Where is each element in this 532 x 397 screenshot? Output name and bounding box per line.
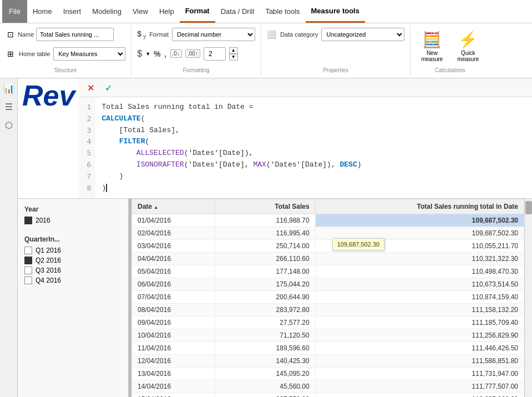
cell-running-total: 111,731,947.00	[315, 368, 524, 380]
app-container: File Home Insert Modeling View Help Form…	[0, 0, 532, 397]
decrease-decimal-button[interactable]: .0↓	[170, 49, 182, 58]
scrollbar-thumb[interactable]	[525, 201, 532, 214]
menu-measure-tools[interactable]: Measure tools	[306, 0, 365, 23]
formula-line-2: CALCULATE(	[102, 113, 525, 125]
formula-code[interactable]: Total Sales running total in Date = CALC…	[95, 97, 532, 198]
menu-file[interactable]: File	[2, 0, 27, 23]
year-2016-checkbox[interactable]: 2016	[24, 217, 121, 224]
formula-line-4: FILTER(	[102, 136, 525, 148]
cell-total-sales: 177,148.00	[215, 265, 315, 278]
q3-2016-checkbox[interactable]: Q3 2016	[24, 267, 121, 274]
model-view-icon[interactable]: ⬡	[5, 120, 13, 130]
cell-date: 11/04/2016	[132, 342, 215, 355]
properties-row: ⬜ Data category Uncategorized	[267, 28, 404, 41]
decimal-up[interactable]: ▲	[229, 47, 238, 54]
format-label: $ y	[137, 29, 146, 39]
filter-separator	[24, 227, 121, 235]
hometable-icon: ⊞	[6, 49, 16, 59]
table-body: 01/04/2016116,988.70109,687,502.3002/04/…	[132, 214, 524, 397]
name-icon: ⊡	[6, 29, 16, 39]
cell-date: 06/04/2016	[132, 278, 215, 291]
formula-line-3: [Total Sales],	[102, 125, 525, 137]
data-view-icon[interactable]: ☰	[5, 102, 13, 112]
q4-checkbox-icon	[24, 277, 32, 284]
cell-total-sales: 145,095.20	[215, 368, 315, 380]
menu-format[interactable]: Format	[180, 0, 215, 23]
cell-total-sales: 189,596.60	[215, 342, 315, 355]
quick-measure-label: Quick measure	[457, 50, 479, 62]
decimal-places-input[interactable]	[204, 47, 226, 61]
formula-line-6: ISONORAFTER('Dates'[Date], MAX('Dates'[D…	[102, 159, 525, 171]
format-subscript: y	[143, 33, 146, 39]
hometable-select[interactable]: Key Measures	[53, 47, 125, 61]
table-scrollbar[interactable]	[524, 199, 532, 397]
cell-running-total: 111,158,132.20	[315, 304, 524, 316]
cell-date: 10/04/2016	[132, 329, 215, 342]
menu-table-tools[interactable]: Table tools	[260, 0, 305, 23]
q2-2016-checkbox[interactable]: Q2 2016	[24, 257, 121, 264]
cell-date: 07/04/2016	[132, 291, 215, 304]
formula-confirm-button[interactable]: ✓	[102, 81, 115, 94]
name-input[interactable]	[36, 28, 114, 41]
cell-total-sales: 140,425.30	[215, 355, 315, 368]
menu-help[interactable]: Help	[154, 0, 180, 23]
line-numbers: 1 2 3 4 5 6 7 8	[79, 97, 95, 198]
year-2016-label: 2016	[36, 217, 50, 224]
col-date[interactable]: Date ▲	[132, 199, 215, 214]
quick-measure-button[interactable]: ⚡ Quick measure	[452, 28, 484, 65]
formatting-label: Formatting	[137, 66, 255, 73]
q4-2016-checkbox[interactable]: Q4 2016	[24, 277, 121, 284]
dropdown-arrow-dollar[interactable]: ▼	[145, 51, 150, 57]
table-row: 07/04/2016200,644.90110,874,159.40	[132, 291, 524, 304]
quarter-filter-title: QuarterIn...	[24, 235, 121, 243]
cell-running-total: 110,498,470.30	[315, 265, 524, 278]
table-row: 08/04/2016283,972.80111,158,132.20	[132, 304, 524, 316]
menu-view[interactable]: View	[127, 0, 154, 23]
decimal-down[interactable]: ▼	[229, 54, 238, 61]
data-table-container: Date ▲ Total Sales Total Sales running t…	[131, 199, 524, 397]
comma-button[interactable]: ,	[164, 48, 167, 59]
menu-data-drill[interactable]: Data / Drill	[215, 0, 260, 23]
col-total-sales[interactable]: Total Sales	[215, 199, 315, 214]
line-num-4: 4	[83, 136, 91, 148]
cell-date: 01/04/2016	[132, 214, 215, 227]
datacategory-select[interactable]: Uncategorized	[321, 28, 404, 41]
col-running-total[interactable]: Total Sales running total in Date	[315, 199, 524, 214]
cell-total-sales: 307,559.00	[215, 393, 315, 397]
percent-button[interactable]: %	[154, 49, 160, 58]
name-label: Name	[18, 31, 34, 38]
formula-line-1: Total Sales running total in Date =	[102, 102, 525, 113]
tooltip-popup: 109,687,502.30	[332, 238, 384, 250]
formula-cancel-button[interactable]: ✕	[84, 81, 97, 94]
ribbon-formatting-section: $ y Format Decimal number $ ▼ % , .0↓ .0…	[131, 26, 261, 76]
increase-decimal-button[interactable]: .00↑	[185, 49, 200, 58]
calc-buttons-row: 🧮 New measure ⚡ Quick measure	[416, 28, 484, 65]
left-sidebar: 📊 ☰ ⬡	[0, 79, 18, 397]
menu-modeling[interactable]: Modeling	[87, 0, 127, 23]
new-measure-button[interactable]: 🧮 New measure	[416, 28, 448, 65]
format-select[interactable]: Decimal number	[172, 28, 255, 41]
line-num-1: 1	[83, 102, 91, 113]
content-area: 📊 ☰ ⬡ Rev ✕ ✓ 1	[0, 79, 532, 397]
formula-line-5: ALLSELECTED('Dates'[Date]),	[102, 148, 525, 159]
menu-home[interactable]: Home	[27, 0, 58, 23]
table-header-row: Date ▲ Total Sales Total Sales running t…	[132, 199, 524, 214]
q2-label: Q2 2016	[36, 257, 61, 264]
cell-date: 03/04/2016	[132, 240, 215, 253]
table-row: 05/04/2016177,148.00110,498,470.30	[132, 265, 524, 278]
q1-2016-checkbox[interactable]: Q1 2016	[24, 247, 121, 254]
date-sort-icon: ▲	[154, 205, 158, 210]
report-view-icon[interactable]: 📊	[3, 83, 14, 94]
table-row: 11/04/2016189,596.60111,446,426.50	[132, 342, 524, 355]
table-row: 03/04/2016250,714.00110,055,211.70	[132, 240, 524, 253]
cell-date: 09/04/2016	[132, 316, 215, 329]
cell-date: 14/04/2016	[132, 380, 215, 393]
formatting-row2: $ ▼ % , .0↓ .00↑ ▲ ▼	[137, 47, 255, 61]
formula-line-7: )	[102, 171, 525, 183]
cell-running-total: 110,874,159.40	[315, 291, 524, 304]
data-table: Date ▲ Total Sales Total Sales running t…	[131, 199, 524, 397]
new-measure-label: New measure	[421, 50, 443, 62]
dollar-button[interactable]: $	[137, 49, 142, 59]
cell-total-sales: 200,644.90	[215, 291, 315, 304]
menu-insert[interactable]: Insert	[58, 0, 87, 23]
